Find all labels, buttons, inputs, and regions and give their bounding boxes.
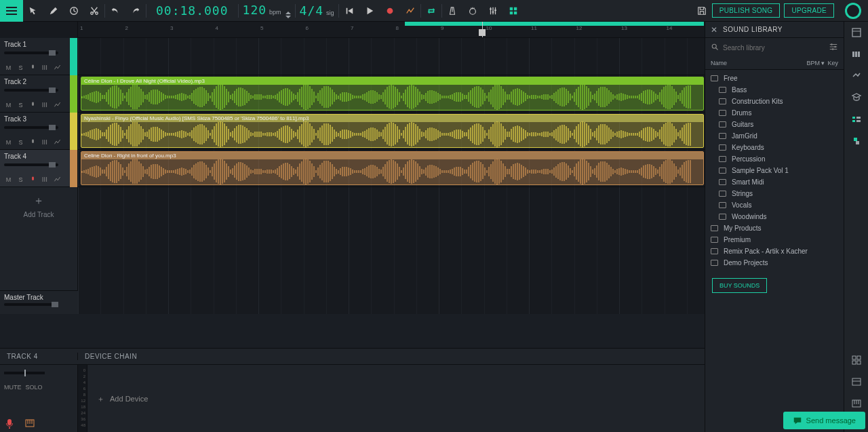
automation-button[interactable] bbox=[400, 0, 420, 22]
collab-icon[interactable] bbox=[850, 134, 863, 148]
grid-button[interactable] bbox=[503, 0, 524, 22]
solo-toggle[interactable]: S bbox=[16, 63, 25, 72]
master-track-header[interactable]: Master Track bbox=[0, 290, 78, 314]
library-folder[interactable]: Premium bbox=[705, 234, 844, 246]
library-folder[interactable]: Strings bbox=[705, 188, 844, 199]
mic-icon[interactable] bbox=[28, 63, 37, 72]
clock-tool[interactable] bbox=[64, 0, 84, 22]
midi-tab-icon[interactable] bbox=[850, 47, 863, 61]
buy-sounds-button[interactable]: BUY SOUNDS bbox=[712, 278, 767, 293]
mute-toggle[interactable]: M bbox=[4, 138, 13, 146]
save-button[interactable] bbox=[692, 0, 712, 22]
library-folder[interactable]: JamGrid bbox=[705, 130, 844, 142]
loop-button[interactable] bbox=[421, 0, 441, 22]
loop-region[interactable] bbox=[405, 22, 704, 26]
mic-icon[interactable] bbox=[28, 100, 37, 109]
library-folder[interactable]: Construction Kits bbox=[705, 96, 844, 107]
library-folder[interactable]: Vocals bbox=[705, 199, 844, 211]
col-bpm[interactable]: BPM ▾ bbox=[806, 60, 825, 66]
eq-icon[interactable] bbox=[41, 175, 50, 184]
panel-icon-2[interactable] bbox=[850, 375, 863, 389]
library-folder[interactable]: Bass bbox=[705, 84, 844, 96]
menu-button[interactable] bbox=[0, 0, 23, 22]
mixer-button[interactable] bbox=[483, 0, 503, 22]
metronome-button[interactable] bbox=[442, 0, 462, 22]
col-key[interactable]: Key bbox=[827, 60, 838, 66]
academy-icon[interactable] bbox=[850, 91, 863, 104]
track-color[interactable] bbox=[70, 38, 77, 75]
library-folder[interactable]: Keyboards bbox=[705, 142, 844, 153]
transport-time[interactable]: 00:18.000 bbox=[146, 3, 238, 18]
panel-icon-1[interactable] bbox=[850, 353, 863, 367]
track-header[interactable]: Track 2 M S bbox=[0, 75, 77, 113]
solo-button[interactable]: SOLO bbox=[26, 384, 43, 391]
chat-button[interactable]: Send message bbox=[783, 412, 865, 429]
record-button[interactable] bbox=[380, 0, 400, 22]
library-tab-icon[interactable] bbox=[850, 26, 863, 39]
library-close-icon[interactable]: ✕ bbox=[711, 25, 717, 35]
eq-icon[interactable] bbox=[41, 100, 50, 109]
pointer-tool[interactable] bbox=[23, 0, 43, 22]
add-track-button[interactable]: ＋Add Track bbox=[0, 187, 77, 225]
publish-button[interactable]: PUBLISH SONG bbox=[712, 3, 781, 18]
track-volume-slider[interactable] bbox=[4, 52, 58, 54]
bpm-display[interactable]: 120 bpm bbox=[239, 3, 295, 18]
redo-button[interactable] bbox=[125, 0, 146, 22]
library-folder[interactable]: Drums bbox=[705, 107, 844, 119]
library-folder[interactable]: Woodwinds bbox=[705, 211, 844, 222]
track-volume-slider[interactable] bbox=[4, 89, 58, 92]
play-button[interactable] bbox=[359, 0, 380, 22]
bpm-down[interactable] bbox=[285, 16, 291, 18]
automation-icon[interactable] bbox=[53, 100, 62, 109]
fx-icon[interactable] bbox=[850, 113, 863, 126]
playhead[interactable] bbox=[482, 22, 483, 37]
automation-icon[interactable] bbox=[53, 138, 62, 146]
filter-icon[interactable] bbox=[829, 42, 838, 53]
cut-tool[interactable] bbox=[84, 0, 104, 22]
library-folder[interactable]: Guitars bbox=[705, 119, 844, 130]
track-header[interactable]: Track 4 M S bbox=[0, 150, 77, 187]
automation-icon[interactable] bbox=[53, 63, 62, 72]
library-tree[interactable]: FreeBassConstruction KitsDrumsGuitarsJam… bbox=[705, 70, 844, 271]
library-search-input[interactable] bbox=[719, 44, 829, 52]
library-folder[interactable]: My Products bbox=[705, 222, 844, 234]
bpm-up[interactable] bbox=[285, 12, 291, 14]
track-color[interactable] bbox=[70, 75, 77, 113]
pencil-tool[interactable] bbox=[43, 0, 64, 22]
library-folder[interactable]: Smart Midi bbox=[705, 176, 844, 188]
upgrade-button[interactable]: UPGRADE bbox=[784, 3, 834, 18]
piano-icon[interactable] bbox=[850, 397, 863, 410]
mic-icon[interactable] bbox=[28, 138, 37, 146]
mute-toggle[interactable]: M bbox=[4, 100, 13, 109]
master-volume-slider[interactable] bbox=[4, 303, 58, 306]
library-folder[interactable]: Sample Pack Vol 1 bbox=[705, 165, 844, 176]
solo-toggle[interactable]: S bbox=[16, 175, 25, 184]
col-name[interactable]: Name bbox=[711, 60, 806, 66]
track-volume-slider[interactable] bbox=[4, 163, 58, 166]
audio-clip[interactable]: Céline Dion - I Drove All Night (Officia… bbox=[81, 77, 704, 111]
track-volume-slider[interactable] bbox=[4, 126, 58, 129]
library-folder[interactable]: Percussion bbox=[705, 153, 844, 165]
timesig-display[interactable]: 4/4 sig bbox=[296, 3, 338, 18]
solo-toggle[interactable]: S bbox=[16, 100, 25, 109]
countdown-button[interactable] bbox=[462, 0, 483, 22]
solo-toggle[interactable]: S bbox=[16, 138, 25, 146]
library-folder[interactable]: Free bbox=[705, 73, 844, 84]
track-header[interactable]: Track 1 M S bbox=[0, 38, 77, 75]
mute-button[interactable]: MUTE bbox=[4, 384, 22, 391]
track-header[interactable]: Track 3 M S bbox=[0, 113, 77, 150]
user-avatar[interactable] bbox=[845, 3, 861, 19]
rewind-button[interactable] bbox=[339, 0, 359, 22]
track-color[interactable] bbox=[70, 113, 77, 150]
mic-icon[interactable] bbox=[28, 175, 37, 184]
arm-record-icon[interactable] bbox=[4, 418, 15, 429]
expand-icon[interactable] bbox=[850, 69, 863, 83]
eq-icon[interactable] bbox=[41, 63, 50, 72]
track-color[interactable] bbox=[70, 150, 77, 187]
keyboard-icon[interactable] bbox=[24, 418, 35, 429]
library-folder[interactable]: Demo Projects bbox=[705, 257, 844, 269]
pan-slider[interactable] bbox=[4, 372, 45, 374]
library-folder[interactable]: Remix Pack - Artik x Kacher bbox=[705, 246, 844, 257]
audio-clip[interactable]: Nyashinski - Finyo (Official Music Audio… bbox=[81, 114, 704, 148]
mute-toggle[interactable]: M bbox=[4, 175, 13, 184]
